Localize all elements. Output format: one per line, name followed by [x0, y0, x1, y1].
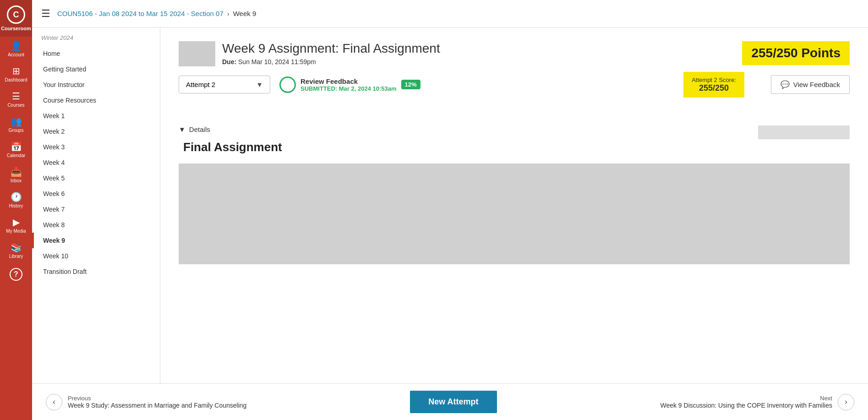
- attempt-score-value: 255/250: [692, 83, 736, 93]
- assignment-title: Week 9 Assignment: Final Assignment: [222, 41, 440, 56]
- sidebar-item-label-courses: Courses: [7, 103, 24, 108]
- dropdown-arrow-icon: ▼: [256, 81, 263, 88]
- assignment-thumbnail: [179, 41, 215, 66]
- due-label: Due:: [222, 58, 236, 65]
- sidebar-item-history[interactable]: 🕐 History: [0, 188, 32, 213]
- total-score-badge: 255/250 Points: [742, 41, 850, 65]
- help-icon: ?: [10, 268, 22, 281]
- sidebar-item-transition-draft[interactable]: Transition Draft: [32, 264, 160, 279]
- sidebar-item-dashboard[interactable]: ⊞ Dashboard: [0, 62, 32, 87]
- prev-button[interactable]: ‹: [46, 394, 62, 410]
- attempt-dropdown[interactable]: Attempt 2 ▼: [179, 76, 270, 93]
- main-content: Week 9 Assignment: Final Assignment Due:…: [160, 27, 868, 383]
- prev-info: Previous Week 9 Study: Assessment in Mar…: [68, 395, 246, 409]
- courses-icon: ☰: [12, 92, 20, 101]
- hamburger-menu[interactable]: ☰: [41, 8, 50, 20]
- sidebar-item-calendar[interactable]: 📅 Calendar: [0, 137, 32, 163]
- assignment-details-title: Final Assignment: [179, 140, 850, 154]
- sidebar-item-label-history: History: [9, 203, 23, 208]
- assignment-header: Week 9 Assignment: Final Assignment Due:…: [179, 41, 850, 66]
- details-toggle[interactable]: ▼ Details: [179, 125, 850, 133]
- sidebar-item-library[interactable]: 📚 Library: [0, 238, 32, 263]
- sidebar-item-label-calendar: Calendar: [7, 153, 26, 158]
- details-toggle-label: Details: [189, 125, 210, 133]
- sidebar-item-week4[interactable]: Week 4: [32, 155, 160, 170]
- view-feedback-label: View Feedback: [793, 81, 840, 88]
- nav-sidebar: Winter 2024 Home Getting Started Your In…: [32, 27, 160, 383]
- history-icon: 🕐: [11, 192, 22, 202]
- main-wrapper: ☰ COUN5106 - Jan 08 2024 to Mar 15 2024 …: [32, 0, 868, 420]
- sidebar-item-label-account: Account: [8, 52, 24, 57]
- assignment-title-area: Week 9 Assignment: Final Assignment Due:…: [179, 41, 440, 66]
- next-label: Next: [660, 395, 832, 402]
- sidebar-item-your-instructor[interactable]: Your Instructor: [32, 77, 160, 93]
- sidebar-item-week9[interactable]: Week 9: [32, 233, 160, 248]
- review-section: Review Feedback SUBMITTED: Mar 2, 2024 1…: [279, 76, 850, 93]
- feedback-placeholder: [758, 125, 850, 139]
- sidebar-item-course-resources[interactable]: Course Resources: [32, 93, 160, 108]
- sidebar-item-label-my-media: My Media: [6, 229, 26, 234]
- sidebar-item-courses[interactable]: ☰ Courses: [0, 87, 32, 112]
- next-button[interactable]: ›: [838, 394, 854, 410]
- breadcrumb: COUN5106 - Jan 08 2024 to Mar 15 2024 - …: [57, 10, 256, 17]
- sidebar-item-account[interactable]: 👤 Account: [0, 37, 32, 62]
- sidebar-item-groups[interactable]: 👥 Groups: [0, 112, 32, 137]
- content-area: Winter 2024 Home Getting Started Your In…: [32, 27, 868, 383]
- sidebar-item-week8[interactable]: Week 8: [32, 217, 160, 233]
- calendar-icon: 📅: [11, 142, 22, 151]
- prev-title[interactable]: Week 9 Study: Assessment in Marriage and…: [68, 402, 246, 409]
- sidebar-item-week7[interactable]: Week 7: [32, 202, 160, 217]
- due-date-value: Sun Mar 10, 2024 11:59pm: [238, 58, 316, 65]
- sidebar-item-label-groups: Groups: [9, 128, 24, 133]
- sidebar-item-help[interactable]: ?: [0, 263, 32, 285]
- breadcrumb-current: Week 9: [233, 10, 257, 17]
- sidebar-item-my-media[interactable]: ▶ My Media: [0, 213, 32, 238]
- sidebar-item-week2[interactable]: Week 2: [32, 124, 160, 139]
- sidebar-item-inbox[interactable]: 📥 Inbox: [0, 163, 32, 188]
- due-date: Due: Sun Mar 10, 2024 11:59pm: [222, 58, 440, 65]
- bottom-nav: ‹ Previous Week 9 Study: Assessment in M…: [32, 383, 868, 420]
- prev-section: ‹ Previous Week 9 Study: Assessment in M…: [46, 394, 246, 410]
- next-title[interactable]: Week 9 Discussion: Using the COPE Invent…: [660, 402, 832, 409]
- review-text: Review Feedback SUBMITTED: Mar 2, 2024 1…: [300, 77, 397, 92]
- attempt-dropdown-label: Attempt 2: [186, 81, 215, 88]
- sidebar-item-week6[interactable]: Week 6: [32, 186, 160, 202]
- sidebar-item-label-inbox: Inbox: [11, 178, 22, 183]
- content-placeholder: [179, 164, 850, 264]
- account-icon: 👤: [11, 41, 22, 50]
- new-attempt-button[interactable]: New Attempt: [410, 391, 497, 413]
- assignment-title-info: Week 9 Assignment: Final Assignment Due:…: [222, 41, 440, 65]
- nav-season: Winter 2024: [32, 32, 160, 46]
- chevron-down-icon: ▼: [179, 125, 186, 133]
- logo-circle: C: [7, 5, 25, 24]
- attempt-score-highlight: Attempt 2 Score: 255/250: [683, 72, 744, 98]
- sidebar-item-week3[interactable]: Week 3: [32, 139, 160, 155]
- breadcrumb-separator: ›: [227, 10, 229, 17]
- feedback-icon: 💬: [781, 80, 790, 89]
- breadcrumb-course[interactable]: COUN5106 - Jan 08 2024 to Mar 15 2024 - …: [57, 10, 224, 17]
- next-info: Next Week 9 Discussion: Using the COPE I…: [660, 395, 832, 409]
- view-feedback-button[interactable]: 💬 View Feedback: [771, 75, 850, 94]
- courseroom-logo[interactable]: C Courseroom: [0, 0, 32, 37]
- submitted-circle-icon: [279, 76, 296, 93]
- groups-icon: 👥: [11, 117, 22, 126]
- submitted-text: SUBMITTED: Mar 2, 2024 10:53am: [300, 85, 397, 92]
- total-score-points-label: Points: [801, 46, 841, 60]
- details-section: ▼ Details Final Assignment: [179, 125, 850, 154]
- percent-badge: 12%: [401, 80, 420, 89]
- sidebar-item-getting-started[interactable]: Getting Started: [32, 61, 160, 77]
- attempt-row: Attempt 2 ▼ Review Feedback SUBMITTED: M…: [179, 76, 850, 93]
- sidebar-item-week1[interactable]: Week 1: [32, 108, 160, 124]
- next-section: Next Week 9 Discussion: Using the COPE I…: [660, 394, 854, 410]
- top-header: ☰ COUN5106 - Jan 08 2024 to Mar 15 2024 …: [32, 0, 868, 27]
- logo-label: Courseroom: [1, 26, 31, 31]
- inbox-icon: 📥: [11, 167, 22, 176]
- sidebar-item-week5[interactable]: Week 5: [32, 170, 160, 186]
- sidebar-item-home[interactable]: Home: [32, 46, 160, 61]
- attempt-score-label: Attempt 2 Score:: [692, 76, 736, 83]
- prev-label: Previous: [68, 395, 246, 402]
- library-icon: 📚: [11, 243, 22, 252]
- sidebar-item-label-dashboard: Dashboard: [5, 77, 27, 82]
- my-media-icon: ▶: [13, 218, 20, 227]
- sidebar-item-week10[interactable]: Week 10: [32, 248, 160, 264]
